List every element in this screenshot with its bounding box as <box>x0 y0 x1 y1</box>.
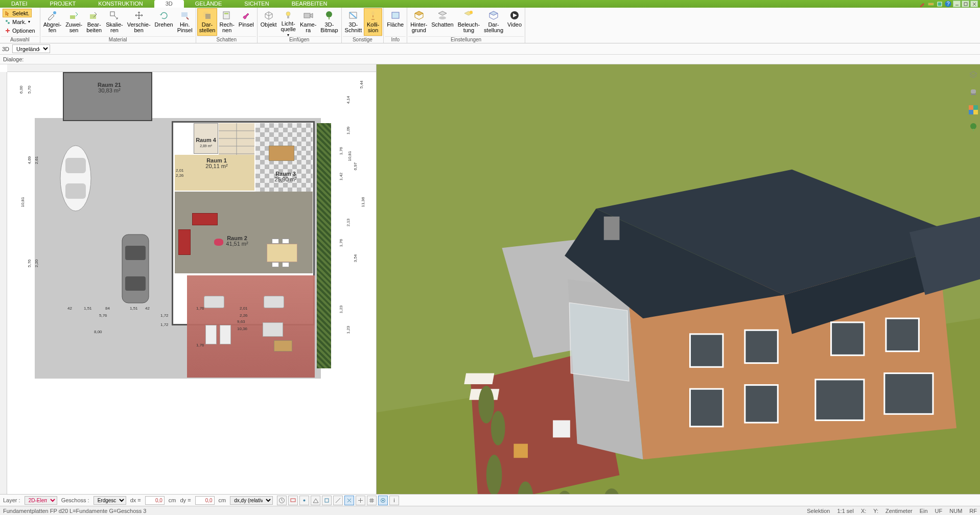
tab-bearbeiten[interactable]: BEARBEITEN <box>281 0 339 8</box>
maximize-icon[interactable] <box>962 1 969 7</box>
hintergrund-button[interactable]: Hinter- grund <box>408 8 429 36</box>
darstellung-button[interactable]: Dar- stellung <box>482 8 505 36</box>
view-2d[interactable]: Raum 2130,83 m² Raum 42,89 m² Raum 120,1… <box>0 64 377 494</box>
ribbon-group-sonstige: 3D- Schnitt Kolli- sion Sonstige <box>342 8 384 43</box>
view3d-side-tools <box>967 69 980 133</box>
lichtquelle-button[interactable]: Licht- quelle▾ <box>279 8 298 36</box>
hinpinsel-button[interactable]: Hin. Pinsel <box>175 8 195 36</box>
drehen-button[interactable]: Drehen <box>153 8 175 36</box>
pinsel-button[interactable]: Pinsel <box>237 8 256 36</box>
snap-mid-icon[interactable] <box>311 496 320 505</box>
dy-input[interactable] <box>195 496 215 505</box>
abgreifen-button[interactable]: Abgrei- fen <box>41 8 63 36</box>
objekt-button[interactable]: Objekt <box>259 8 279 36</box>
tab-datei[interactable]: DATEI <box>0 0 39 8</box>
status-rf: RF <box>969 508 977 514</box>
selekt-button[interactable]: Selekt. <box>3 9 32 17</box>
room-label-4: Raum 42,89 m² <box>194 137 218 149</box>
svg-point-65 <box>486 455 502 494</box>
dx-input[interactable] <box>145 496 165 505</box>
tab-sichten[interactable]: SICHTEN <box>233 0 280 8</box>
svg-text:i: i <box>394 497 395 503</box>
close-icon[interactable] <box>970 1 978 7</box>
edit-material-icon <box>87 10 101 21</box>
snap-near-icon[interactable] <box>378 496 388 505</box>
geschoss-select[interactable]: Erdgeschos <box>94 496 126 505</box>
snap-point-icon[interactable] <box>299 496 309 505</box>
svg-rect-23 <box>392 12 399 18</box>
car-grey-icon <box>117 230 154 307</box>
collision-icon <box>366 10 380 21</box>
tab-3d[interactable]: 3D <box>154 0 184 8</box>
mark-button[interactable]: Mark.▾ <box>3 17 32 26</box>
svg-point-63 <box>478 386 494 424</box>
minimize-icon[interactable] <box>953 1 961 7</box>
calc-icon <box>220 10 234 21</box>
group-label-material: Material <box>41 36 195 43</box>
room-label-3: Raum 325,90 m² <box>268 171 304 182</box>
ribbon-group-einstellungen: Hinter- grund Schatten Beleuch- tung Dar… <box>407 8 525 43</box>
snap-end-icon[interactable] <box>322 496 332 505</box>
svg-marker-58 <box>569 303 629 381</box>
svg-point-79 <box>304 499 306 501</box>
layer-select[interactable]: 2D-Elemen <box>25 496 57 505</box>
kamera-button[interactable]: Kame- ra <box>298 8 318 36</box>
terrain-select[interactable]: Urgelände <box>12 44 50 53</box>
dx-label: dx = <box>130 497 141 503</box>
room-label-21: Raum 2130,83 m² <box>86 82 132 93</box>
status-num: NUM <box>949 508 962 514</box>
info-icon[interactable]: i <box>389 496 399 505</box>
grid-icon[interactable] <box>367 496 377 505</box>
object-icon <box>262 10 276 21</box>
tab-konstruktion[interactable]: KONSTRUKTION <box>87 0 154 8</box>
view-3d[interactable] <box>377 64 980 494</box>
unit-cm-1: cm <box>169 497 176 503</box>
verschieben-button[interactable]: Verschie- ben <box>125 8 153 36</box>
optionen-button[interactable]: Optionen <box>3 26 37 35</box>
svg-point-17 <box>286 12 290 16</box>
video-button[interactable]: Video <box>505 8 524 36</box>
svg-rect-56 <box>815 380 864 420</box>
skalieren-button[interactable]: Skalie- ren <box>104 8 125 36</box>
palette-icon[interactable] <box>968 104 979 115</box>
tab-projekt[interactable]: PROJEKT <box>39 0 87 8</box>
relmode-select[interactable]: dx,dy (relativ ka <box>230 496 273 505</box>
snap-int-icon[interactable] <box>356 496 365 505</box>
status-ein: Ein <box>920 508 928 514</box>
clock-icon[interactable] <box>277 496 287 505</box>
pen-icon[interactable] <box>918 1 926 7</box>
tab-gelaende[interactable]: GELÄNDE <box>184 0 234 8</box>
bearbeiten-button[interactable]: Bear- beiten <box>84 8 104 36</box>
flaeche-button[interactable]: Fläche <box>385 8 406 36</box>
svg-rect-69 <box>971 89 976 93</box>
light-icon <box>281 10 295 20</box>
tree-tool-icon[interactable] <box>968 122 979 133</box>
beleuchtung-button[interactable]: Beleuch- tung <box>456 8 482 36</box>
snap-perp-icon[interactable] <box>344 496 354 505</box>
zuweisen-button[interactable]: Zuwei- sen <box>63 8 84 36</box>
svg-rect-38 <box>125 276 146 291</box>
layers-icon[interactable] <box>968 69 979 81</box>
help-icon[interactable]: ? <box>944 1 952 7</box>
dialogs-label: Dialoge: <box>3 56 24 62</box>
svg-rect-52 <box>831 322 864 355</box>
screen-icon[interactable] <box>288 496 298 505</box>
svg-rect-19 <box>304 13 310 18</box>
chair-icon[interactable] <box>968 87 979 98</box>
area-icon <box>388 10 403 21</box>
ruler-icon[interactable] <box>927 1 935 7</box>
ebook-icon[interactable] <box>936 1 943 7</box>
tree-icon <box>322 10 336 21</box>
3dbitmap-button[interactable]: 3D- Bitmap <box>318 8 340 36</box>
floorplan-canvas[interactable]: Raum 2130,83 m² Raum 42,89 m² Raum 120,1… <box>7 72 376 494</box>
ruler-horizontal <box>7 64 376 72</box>
darstellen-button[interactable]: Dar- stellen <box>197 8 218 36</box>
menu-bar: DATEI PROJEKT KONSTRUKTION 3D GELÄNDE SI… <box>0 0 980 8</box>
3dschnitt-button[interactable]: 3D- Schnitt <box>343 8 364 36</box>
rechnen-button[interactable]: Rech- nen <box>217 8 236 36</box>
ribbon-group-info: Fläche Info <box>384 8 407 43</box>
kollision-button[interactable]: Kolli- sion <box>364 8 382 36</box>
schatten-settings-button[interactable]: Schatten <box>429 8 455 36</box>
snap-line-icon[interactable] <box>333 496 343 505</box>
status-uf: UF <box>935 508 943 514</box>
